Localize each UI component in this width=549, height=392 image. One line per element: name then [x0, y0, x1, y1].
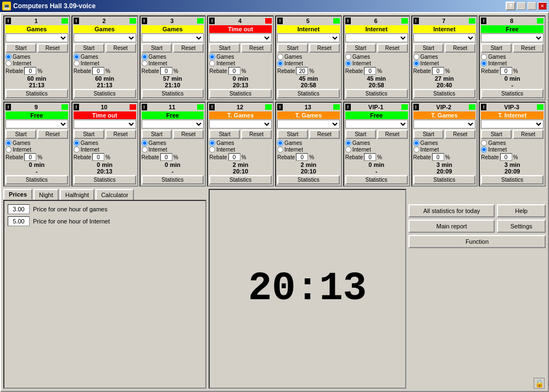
function-button[interactable]: Function: [408, 235, 546, 248]
start-btn-13[interactable]: Start: [277, 130, 308, 139]
radio-games-11[interactable]: Games: [142, 140, 204, 146]
radio-games-VIP-1[interactable]: Games: [345, 140, 408, 146]
statistics-btn-11[interactable]: Statistics: [142, 175, 204, 184]
radio-games-VIP-3[interactable]: Games: [481, 140, 544, 146]
rebate-input-7[interactable]: [432, 67, 444, 75]
rebate-input-1[interactable]: [24, 67, 36, 75]
rebate-input-VIP-1[interactable]: [364, 153, 376, 161]
radio-internet-7[interactable]: Internet: [413, 60, 476, 66]
radio-games-4[interactable]: Games: [209, 54, 272, 60]
start-btn-12[interactable]: Start: [209, 130, 240, 139]
terminal-dropdown-3[interactable]: [142, 33, 204, 42]
help-titlebar-button[interactable]: ?: [506, 2, 516, 10]
rebate-input-12[interactable]: [228, 153, 240, 161]
radio-internet-2[interactable]: Internet: [74, 60, 136, 66]
start-btn-6[interactable]: Start: [345, 43, 376, 53]
rebate-input-9[interactable]: [24, 153, 36, 161]
reset-btn-8[interactable]: Reset: [513, 43, 544, 53]
terminal-dropdown-10[interactable]: [74, 120, 136, 128]
settings-button[interactable]: Settings: [497, 220, 546, 233]
radio-games-10[interactable]: Games: [74, 140, 136, 146]
rebate-input-10[interactable]: [92, 153, 104, 161]
radio-games-8[interactable]: Games: [481, 54, 544, 60]
radio-games-9[interactable]: Games: [5, 140, 68, 146]
radio-internet-8[interactable]: Internet: [481, 60, 544, 66]
terminal-dropdown-7[interactable]: [413, 33, 476, 42]
statistics-btn-10[interactable]: Statistics: [74, 175, 136, 184]
statistics-btn-12[interactable]: Statistics: [209, 175, 272, 184]
statistics-btn-5[interactable]: Statistics: [277, 89, 340, 98]
radio-games-5[interactable]: Games: [277, 54, 340, 60]
radio-internet-1[interactable]: Internet: [5, 60, 68, 66]
maximize-button[interactable]: □: [528, 2, 536, 10]
rebate-input-11[interactable]: [160, 153, 172, 161]
tab-calculator[interactable]: Calculator: [96, 189, 134, 200]
terminal-dropdown-5[interactable]: [277, 33, 340, 42]
statistics-btn-13[interactable]: Statistics: [277, 175, 340, 184]
radio-internet-VIP-2[interactable]: Internet: [413, 147, 476, 153]
start-btn-VIP-1[interactable]: Start: [345, 130, 376, 139]
statistics-btn-VIP-3[interactable]: Statistics: [481, 175, 544, 184]
start-btn-VIP-3[interactable]: Start: [481, 130, 512, 139]
radio-internet-6[interactable]: Internet: [345, 60, 408, 66]
terminal-dropdown-4[interactable]: [209, 33, 272, 42]
radio-internet-11[interactable]: Internet: [142, 147, 204, 153]
radio-games-1[interactable]: Games: [5, 54, 68, 60]
minimize-button[interactable]: _: [517, 2, 526, 10]
rebate-input-3[interactable]: [160, 67, 172, 75]
reset-btn-3[interactable]: Reset: [173, 43, 204, 53]
reset-btn-7[interactable]: Reset: [445, 43, 475, 53]
radio-internet-5[interactable]: Internet: [277, 60, 340, 66]
close-button[interactable]: ✕: [538, 2, 547, 10]
start-btn-4[interactable]: Start: [209, 43, 240, 53]
statistics-btn-7[interactable]: Statistics: [413, 89, 476, 98]
price-games-input[interactable]: [8, 204, 30, 214]
radio-games-13[interactable]: Games: [277, 140, 340, 146]
rebate-input-2[interactable]: [92, 67, 104, 75]
radio-internet-12[interactable]: Internet: [209, 147, 272, 153]
reset-btn-9[interactable]: Reset: [37, 130, 68, 139]
start-btn-5[interactable]: Start: [277, 43, 308, 53]
rebate-input-6[interactable]: [364, 67, 376, 75]
terminal-dropdown-13[interactable]: [277, 120, 340, 128]
reset-btn-4[interactable]: Reset: [241, 43, 272, 53]
radio-internet-9[interactable]: Internet: [5, 147, 68, 153]
radio-games-7[interactable]: Games: [413, 54, 476, 60]
start-btn-2[interactable]: Start: [74, 43, 104, 53]
terminal-dropdown-VIP-1[interactable]: [345, 120, 408, 128]
reset-btn-13[interactable]: Reset: [309, 130, 340, 139]
terminal-dropdown-8[interactable]: [481, 33, 544, 42]
rebate-input-VIP-3[interactable]: [500, 153, 512, 161]
reset-btn-6[interactable]: Reset: [377, 43, 408, 53]
reset-btn-VIP-3[interactable]: Reset: [513, 130, 544, 139]
terminal-dropdown-VIP-3[interactable]: [481, 120, 544, 128]
statistics-btn-VIP-2[interactable]: Statistics: [413, 175, 476, 184]
radio-games-3[interactable]: Games: [142, 54, 204, 60]
radio-internet-10[interactable]: Internet: [74, 147, 136, 153]
radio-games-6[interactable]: Games: [345, 54, 408, 60]
start-btn-8[interactable]: Start: [481, 43, 512, 53]
reset-btn-VIP-2[interactable]: Reset: [445, 130, 475, 139]
statistics-btn-6[interactable]: Statistics: [345, 89, 408, 98]
radio-internet-VIP-1[interactable]: Internet: [345, 147, 408, 153]
terminal-dropdown-6[interactable]: [345, 33, 408, 42]
rebate-input-13[interactable]: [296, 153, 308, 161]
statistics-btn-8[interactable]: Statistics: [481, 89, 544, 98]
rebate-input-8[interactable]: [500, 67, 512, 75]
radio-games-VIP-2[interactable]: Games: [413, 140, 476, 146]
rebate-input-5[interactable]: [296, 67, 308, 75]
radio-games-2[interactable]: Games: [74, 54, 136, 60]
statistics-btn-4[interactable]: Statistics: [209, 89, 272, 98]
start-btn-11[interactable]: Start: [142, 130, 172, 139]
start-btn-9[interactable]: Start: [5, 130, 36, 139]
start-btn-7[interactable]: Start: [413, 43, 444, 53]
tab-night[interactable]: Night: [33, 189, 59, 200]
rebate-input-VIP-2[interactable]: [432, 153, 444, 161]
reset-btn-VIP-1[interactable]: Reset: [377, 130, 408, 139]
terminal-dropdown-12[interactable]: [209, 120, 272, 128]
start-btn-1[interactable]: Start: [5, 43, 36, 53]
tab-prices[interactable]: Prices: [3, 189, 32, 200]
start-btn-10[interactable]: Start: [74, 130, 104, 139]
statistics-btn-VIP-1[interactable]: Statistics: [345, 175, 408, 184]
start-btn-3[interactable]: Start: [142, 43, 172, 53]
